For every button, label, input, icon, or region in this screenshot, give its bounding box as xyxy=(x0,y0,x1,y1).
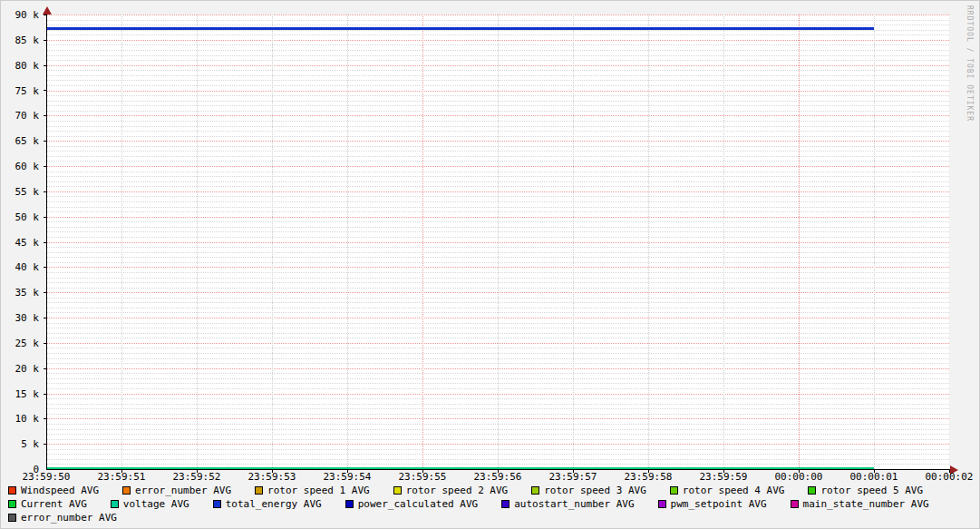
legend-label: pwm_setpoint AVG xyxy=(671,498,767,510)
y-axis-tick xyxy=(44,418,46,419)
legend-item: power_calculated AVG xyxy=(345,498,478,510)
plot-area xyxy=(46,15,949,469)
legend-label: rotor speed 5 AVG xyxy=(820,485,923,496)
legend-item: Windspeed AVG xyxy=(8,485,99,496)
legend-item: Current AVG xyxy=(8,498,87,510)
legend-swatch xyxy=(8,514,16,522)
legend-label: Current AVG xyxy=(21,498,87,510)
legend-label: autostart_number AVG xyxy=(514,498,634,510)
legend-label: rotor speed 2 AVG xyxy=(406,485,509,496)
y-axis-label: 55 k xyxy=(3,187,39,197)
legend-label: power_calculated AVG xyxy=(358,498,478,510)
y-axis-label: 25 k xyxy=(3,338,39,348)
rrdtool-watermark: RRDTOOL / TOBI OETIKER xyxy=(965,5,974,122)
x-axis-line xyxy=(46,469,952,470)
legend-label: voltage AVG xyxy=(123,498,189,510)
gridline-minor-v xyxy=(648,15,649,469)
legend-swatch xyxy=(670,486,678,495)
y-axis-label: 50 k xyxy=(3,212,39,222)
y-axis-tick xyxy=(44,267,46,268)
legend-label: error_number AVG xyxy=(21,512,117,524)
y-axis-line xyxy=(46,9,47,470)
x-axis-tick xyxy=(874,470,875,473)
total-energy-line xyxy=(46,27,874,30)
x-axis-tick xyxy=(573,470,574,473)
x-axis-tick xyxy=(121,470,122,473)
legend-item: rotor speed 3 AVG xyxy=(531,485,646,496)
legend-item: pwm_setpoint AVG xyxy=(658,498,767,510)
y-axis-tick xyxy=(44,15,46,15)
y-axis-label: 30 k xyxy=(3,313,39,323)
legend-item: total_energy AVG xyxy=(213,498,322,510)
legend-label: total_energy AVG xyxy=(226,498,322,510)
y-axis-label: 90 k xyxy=(3,10,39,20)
legend-swatch xyxy=(8,500,16,508)
y-axis-tick xyxy=(44,40,46,41)
legend-label: error_number AVG xyxy=(135,485,231,496)
x-axis-label: 23:59:50 xyxy=(10,472,82,483)
x-axis-label: 00:00:01 xyxy=(838,472,910,483)
y-axis-label: 20 k xyxy=(3,364,39,374)
x-axis-tick xyxy=(498,470,499,473)
y-axis-tick xyxy=(44,166,46,167)
y-axis-label: 15 k xyxy=(3,389,39,399)
gridline-minor-v xyxy=(723,15,724,469)
gridline-minor-v xyxy=(874,15,875,469)
legend-label: main_state_number AVG xyxy=(803,498,929,510)
legend-swatch xyxy=(213,500,221,508)
legend-item: rotor speed 1 AVG xyxy=(255,485,370,496)
x-axis-tick xyxy=(799,470,800,473)
y-axis-label: 40 k xyxy=(3,262,39,272)
legend-item: rotor speed 4 AVG xyxy=(670,485,785,496)
x-axis-label: 23:59:56 xyxy=(461,472,534,483)
x-axis-label: 00:00:00 xyxy=(762,472,835,483)
legend-label: rotor speed 1 AVG xyxy=(267,485,370,496)
legend-item: error_number AVG xyxy=(122,485,231,496)
y-axis-arrow-icon xyxy=(43,6,52,15)
x-axis-label: 23:59:58 xyxy=(612,472,684,483)
x-axis-tick xyxy=(723,470,724,473)
gridline-major-v xyxy=(799,15,800,469)
y-axis-tick xyxy=(44,444,46,445)
x-axis-label: 23:59:57 xyxy=(537,472,609,483)
legend-swatch xyxy=(501,500,509,508)
legend-swatch xyxy=(393,486,402,495)
x-axis-tick xyxy=(648,470,649,473)
legend-swatch xyxy=(791,500,799,508)
gridline-minor-v xyxy=(272,15,273,469)
x-axis-tick xyxy=(347,470,348,473)
gridline-minor-v xyxy=(573,15,574,469)
x-axis-label: 23:59:53 xyxy=(236,472,308,483)
legend-swatch xyxy=(345,500,354,508)
legend-item: rotor speed 5 AVG xyxy=(808,485,923,496)
y-axis-tick xyxy=(44,141,46,142)
legend-row: Windspeed AVGerror_number AVGrotor speed… xyxy=(8,484,929,497)
legend-item: error_number AVG xyxy=(8,512,117,524)
gridline-minor-v xyxy=(197,15,198,469)
legend-row: error_number AVG xyxy=(8,511,929,524)
legend-item: rotor speed 2 AVG xyxy=(393,485,509,496)
y-axis-label: 5 k xyxy=(3,439,39,449)
legend-label: Windspeed AVG xyxy=(21,485,99,496)
y-axis-label: 60 k xyxy=(3,162,39,171)
y-axis-tick xyxy=(44,318,46,318)
y-axis-tick xyxy=(44,292,46,293)
x-axis-tick xyxy=(197,470,198,473)
x-axis-tick xyxy=(949,470,950,473)
x-axis-label: 00:00:02 xyxy=(913,472,980,483)
x-axis-label: 23:59:55 xyxy=(386,472,459,483)
legend-swatch xyxy=(808,486,816,495)
y-axis-tick xyxy=(44,217,46,218)
legend-swatch xyxy=(8,486,16,495)
legend-label: rotor speed 4 AVG xyxy=(683,485,785,496)
x-axis-label: 23:59:51 xyxy=(85,472,158,483)
gridline-minor-v xyxy=(121,15,122,469)
y-axis-label: 35 k xyxy=(3,288,39,298)
legend-swatch xyxy=(255,486,263,495)
y-axis-label: 10 k xyxy=(3,414,39,424)
y-axis-tick xyxy=(44,394,46,395)
legend-swatch xyxy=(111,500,119,508)
y-axis-tick xyxy=(44,115,46,116)
y-axis-label: 75 k xyxy=(3,86,39,96)
gridline-minor-v xyxy=(498,15,499,469)
